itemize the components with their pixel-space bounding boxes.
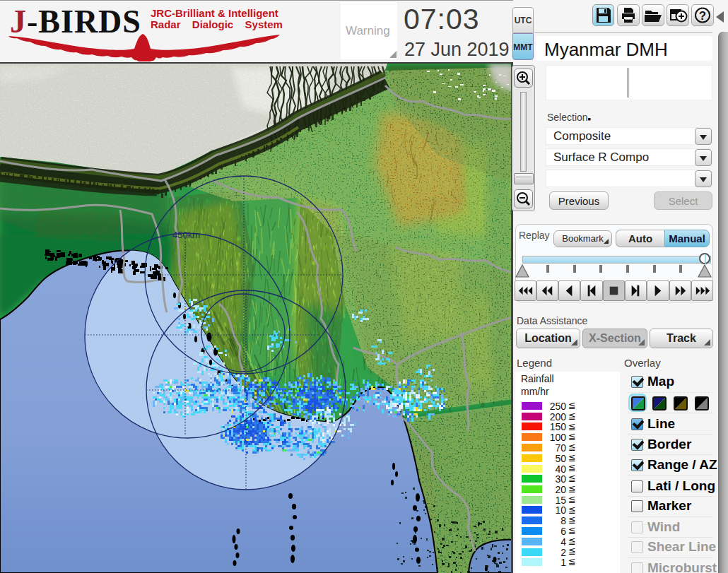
svg-text:?: ? xyxy=(699,9,706,23)
svg-text:450km: 450km xyxy=(172,230,200,240)
